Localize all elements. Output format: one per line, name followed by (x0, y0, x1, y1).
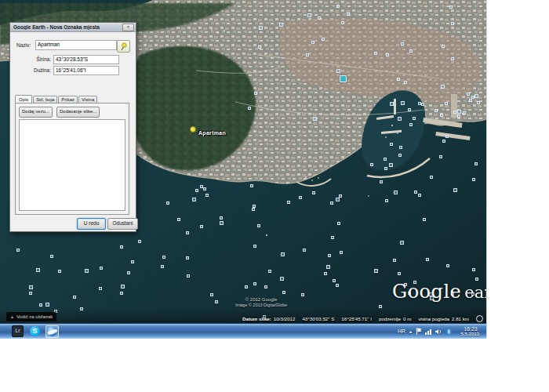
photo-marker[interactable] (400, 241, 404, 245)
photo-marker[interactable] (282, 291, 285, 294)
taskbar-app-google-earth[interactable] (45, 325, 59, 338)
photo-marker[interactable] (253, 245, 256, 248)
photo-marker[interactable] (449, 5, 453, 9)
photo-marker[interactable] (331, 236, 334, 239)
photo-marker[interactable] (162, 256, 165, 259)
photo-marker[interactable] (451, 22, 454, 25)
photo-marker[interactable] (379, 305, 382, 308)
photo-marker[interactable] (205, 194, 209, 197)
photo-marker[interactable] (474, 94, 478, 98)
photo-marker[interactable] (259, 26, 263, 30)
photo-marker[interactable] (50, 255, 53, 258)
taskbar-app-skype[interactable]: S (28, 325, 42, 338)
latitude-input[interactable]: 43°30'28.53"S (53, 55, 119, 64)
photo-marker[interactable] (472, 268, 475, 271)
photo-marker[interactable] (250, 184, 253, 187)
photo-marker[interactable] (426, 258, 429, 261)
pushpin-style-button[interactable] (117, 40, 130, 53)
photo-marker[interactable] (389, 163, 393, 167)
photo-marker[interactable] (423, 218, 426, 221)
photo-marker[interactable] (401, 42, 404, 45)
harbor-poi-marker[interactable] (340, 75, 347, 82)
photo-marker[interactable] (279, 23, 283, 27)
photo-marker[interactable] (200, 225, 203, 228)
photo-marker[interactable] (341, 21, 344, 24)
photo-marker[interactable] (453, 188, 457, 192)
photo-marker[interactable] (29, 292, 32, 295)
photo-marker[interactable] (303, 249, 306, 252)
photo-marker[interactable] (80, 307, 83, 310)
photo-marker[interactable] (384, 158, 387, 161)
photo-marker[interactable] (401, 101, 405, 105)
bluetooth-icon[interactable] (445, 328, 452, 335)
photo-marker[interactable] (177, 218, 180, 221)
taskbar-clock[interactable]: 16:23 5.5.2013. (456, 326, 485, 337)
photo-marker[interactable] (347, 13, 350, 16)
photo-marker[interactable] (127, 271, 130, 274)
photo-marker[interactable] (16, 249, 20, 252)
network-icon[interactable] (425, 328, 432, 335)
photo-marker[interactable] (210, 293, 213, 296)
photo-marker[interactable] (121, 285, 125, 289)
taskbar-app-lightroom[interactable]: Lr (11, 325, 24, 338)
photo-marker[interactable] (474, 162, 478, 165)
photo-marker[interactable] (393, 259, 396, 262)
photo-marker[interactable] (385, 199, 388, 202)
photo-marker[interactable] (100, 267, 103, 270)
photo-marker[interactable] (203, 187, 206, 191)
photo-marker[interactable] (451, 57, 454, 60)
photo-marker[interactable] (469, 99, 472, 102)
photo-marker[interactable] (439, 155, 442, 158)
photo-marker[interactable] (394, 191, 398, 194)
photo-marker[interactable] (390, 102, 394, 106)
photo-marker[interactable] (328, 254, 331, 257)
photo-marker[interactable] (220, 221, 224, 225)
photo-marker[interactable] (29, 285, 33, 289)
photo-marker[interactable] (186, 231, 189, 234)
photo-marker[interactable] (312, 191, 315, 194)
photo-marker[interactable] (245, 285, 248, 289)
photo-marker[interactable] (299, 196, 302, 199)
photo-marker[interactable] (264, 285, 267, 289)
photo-marker[interactable] (430, 176, 433, 179)
tab-stil-boja[interactable]: Stil, boja (33, 96, 57, 103)
longitude-input[interactable]: 16°25'41.06"I (53, 66, 119, 75)
tab-prikaz[interactable]: Prikaz (58, 96, 78, 103)
add-image-button[interactable]: Dodavanje slike... (56, 107, 100, 118)
photo-marker[interactable] (131, 260, 134, 263)
photo-marker[interactable] (472, 178, 475, 181)
photo-marker[interactable] (138, 240, 141, 243)
photo-marker[interactable] (322, 38, 325, 41)
photo-marker[interactable] (200, 185, 203, 188)
photo-marker[interactable] (36, 268, 40, 272)
name-input[interactable]: Apartman (35, 40, 117, 50)
photo-marker[interactable] (192, 198, 196, 201)
photo-marker[interactable] (306, 53, 309, 56)
photo-marker[interactable] (120, 245, 123, 249)
photo-marker[interactable] (340, 251, 343, 254)
photo-marker[interactable] (463, 111, 466, 114)
photo-marker[interactable] (409, 123, 413, 126)
photo-marker[interactable] (445, 102, 448, 105)
photo-marker[interactable] (45, 303, 49, 307)
photo-marker[interactable] (380, 180, 383, 183)
add-link-button[interactable]: Dodaj vezu... (19, 107, 53, 118)
photo-marker[interactable] (421, 103, 424, 106)
photo-marker[interactable] (280, 277, 284, 281)
photo-marker[interactable] (336, 198, 340, 201)
action-center-flag-icon[interactable] (416, 328, 422, 335)
photo-marker[interactable] (195, 189, 198, 192)
photo-marker[interactable] (404, 81, 407, 84)
photo-marker[interactable] (457, 114, 460, 118)
photo-marker[interactable] (398, 154, 402, 157)
photo-marker[interactable] (477, 101, 480, 104)
photo-marker[interactable] (58, 270, 61, 273)
photo-marker[interactable] (374, 52, 377, 55)
photo-marker[interactable] (161, 265, 164, 268)
photo-marker[interactable] (384, 167, 387, 170)
tab-visina[interactable]: Visina (78, 96, 97, 103)
photo-marker[interactable] (440, 114, 443, 117)
photo-marker[interactable] (85, 269, 89, 273)
photo-marker[interactable] (446, 264, 449, 267)
cancel-button[interactable]: Odustani (107, 218, 138, 230)
